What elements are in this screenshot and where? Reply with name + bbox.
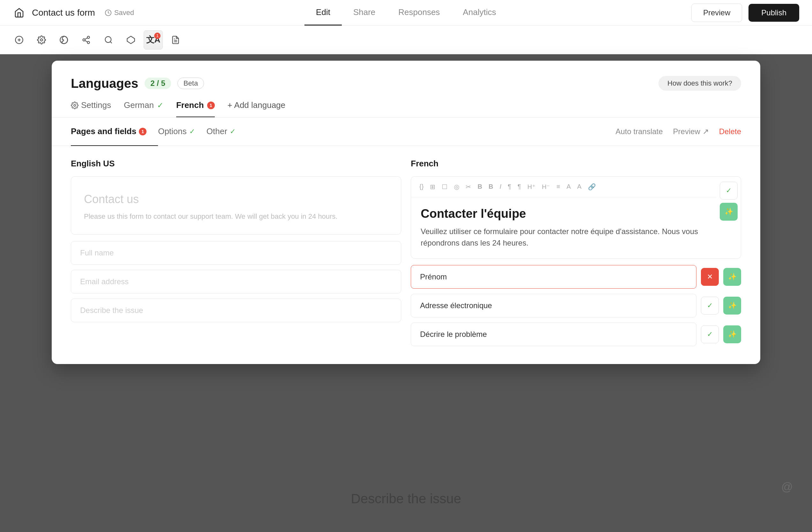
en-col-header: English US (71, 159, 401, 169)
sub-tabs: Pages and fields 1 Options ✓ Other ✓ Aut… (52, 117, 760, 146)
fr-field-email-wand-btn[interactable]: ✨ (723, 297, 741, 315)
svg-point-4 (41, 39, 43, 41)
modal-overlay: Languages 2 / 5 Beta How does this work?… (0, 54, 812, 532)
languages-modal: Languages 2 / 5 Beta How does this work?… (52, 61, 760, 364)
sub-tab-pages[interactable]: Pages and fields 1 (71, 117, 158, 146)
fr-field-prenom[interactable] (411, 265, 696, 289)
svg-point-6 (87, 36, 90, 38)
pages-badge: 1 (139, 128, 146, 135)
en-field-email: Email address (71, 270, 401, 293)
lang-tab-french-label: French (176, 100, 204, 110)
fr-field-row-1: ✕ ✨ (411, 265, 741, 289)
tool-list2[interactable]: ¶ (516, 182, 523, 191)
en-field-fullname: Full name (71, 241, 401, 265)
tool-bold2[interactable]: B (487, 182, 495, 191)
fr-field-prenom-error-btn[interactable]: ✕ (701, 268, 719, 286)
nav-tab-edit[interactable]: Edit (304, 0, 342, 26)
en-field-describe: Describe the issue (71, 299, 401, 322)
tool-circle[interactable]: ◎ (452, 182, 461, 192)
preview-button[interactable]: Preview (691, 3, 742, 22)
fr-editor-wand-btn[interactable]: ✨ (720, 203, 738, 221)
svg-point-8 (87, 41, 90, 43)
fr-field-prenom-wand-btn[interactable]: ✨ (723, 268, 741, 286)
lang-count-badge: 2 / 5 (145, 77, 171, 89)
tool-h1[interactable]: H⁺ (525, 182, 537, 192)
theme-icon[interactable] (54, 30, 73, 49)
tool-color[interactable]: A (565, 182, 572, 191)
svg-point-11 (105, 37, 112, 42)
translation-content: English US Contact us Please us this for… (52, 146, 760, 364)
sub-tab-other[interactable]: Other ✓ (206, 117, 247, 146)
fr-editor-check-btn[interactable]: ✓ (720, 182, 738, 200)
preview-link[interactable]: Preview ↗ (673, 127, 709, 136)
fr-editor-inner: {} ⊞ ☐ ◎ ✂ B B I ¶ ¶ H⁺ H⁻ ≡ (411, 176, 716, 258)
svg-line-12 (110, 42, 112, 43)
auto-translate-button[interactable]: Auto translate (616, 127, 663, 136)
fr-field-row-2: ✓ ✨ (411, 294, 741, 317)
search-icon[interactable] (99, 30, 118, 49)
en-form-desc: Please us this form to contact our suppo… (84, 211, 388, 221)
tool-clear[interactable]: A (575, 182, 583, 191)
fr-col-header: French (411, 159, 741, 169)
lang-tab-add[interactable]: + Add language (228, 100, 285, 117)
svg-point-16 (74, 104, 76, 106)
publish-button[interactable]: Publish (749, 4, 799, 22)
svg-point-7 (83, 39, 85, 41)
lang-tabs: Settings German ✓ French 1 + Add languag… (52, 91, 760, 117)
fr-title: Contacter l'équipe (421, 207, 707, 221)
en-form-preview: Contact us Please us this form to contac… (71, 176, 401, 235)
lang-tab-german[interactable]: German ✓ (124, 100, 163, 117)
delete-button[interactable]: Delete (719, 127, 741, 136)
nav-tabs: Edit Share Responses Analytics (304, 0, 508, 26)
nav-tab-analytics[interactable]: Analytics (451, 0, 508, 26)
settings-icon[interactable] (32, 30, 51, 49)
english-column: English US Contact us Please us this for… (71, 159, 401, 351)
share-icon[interactable] (77, 30, 96, 49)
document-icon[interactable] (166, 30, 185, 49)
svg-line-10 (85, 38, 87, 39)
how-does-button[interactable]: How does this work? (658, 76, 741, 91)
tool-scissors[interactable]: ✂ (464, 182, 473, 192)
tool-box[interactable]: ☐ (440, 182, 449, 192)
fr-field-describe[interactable] (411, 322, 696, 346)
svg-line-9 (85, 40, 87, 42)
sub-tab-actions: Auto translate Preview ↗ Delete (616, 127, 741, 136)
fr-editor-actions: ✓ ✨ (716, 176, 741, 258)
en-form-title: Contact us (84, 192, 388, 206)
tool-h2[interactable]: H⁻ (540, 182, 552, 192)
add-icon[interactable] (10, 30, 29, 49)
translate-icon[interactable]: 文A 1 (144, 30, 163, 49)
lang-tab-french[interactable]: French 1 (176, 100, 215, 117)
tool-bold1[interactable]: B (476, 182, 484, 191)
fr-field-row-3: ✓ ✨ (411, 322, 741, 346)
fr-field-describe-wand-btn[interactable]: ✨ (723, 326, 741, 343)
fr-field-describe-check-btn[interactable]: ✓ (701, 326, 719, 343)
top-nav: Contact us form Saved Edit Share Respons… (0, 0, 812, 26)
app-title: Contact us form (32, 8, 95, 18)
modal-title: Languages (71, 76, 138, 91)
german-check-icon: ✓ (157, 101, 163, 110)
saved-status: Saved (105, 9, 134, 17)
nav-tab-share[interactable]: Share (342, 0, 387, 26)
other-check-icon: ✓ (230, 127, 235, 136)
tool-align[interactable]: ≡ (554, 182, 562, 191)
tool-code[interactable]: {} (418, 182, 425, 191)
lang-tab-settings-label: Settings (81, 100, 111, 110)
french-column: French {} ⊞ ☐ ◎ ✂ B B I ¶ (411, 159, 741, 351)
fr-field-email[interactable] (411, 294, 696, 317)
lang-tab-settings[interactable]: Settings (71, 100, 111, 117)
sub-tab-options[interactable]: Options ✓ (158, 117, 206, 146)
nav-actions: Preview Publish (691, 3, 799, 22)
fr-editor-content[interactable]: Contacter l'équipe Veuillez utiliser ce … (411, 197, 716, 258)
fr-editor-box: {} ⊞ ☐ ◎ ✂ B B I ¶ ¶ H⁺ H⁻ ≡ (411, 176, 741, 259)
connect-icon[interactable] (121, 30, 141, 49)
tool-italic[interactable]: I (497, 182, 503, 191)
nav-tab-responses[interactable]: Responses (387, 0, 451, 26)
tool-grid[interactable]: ⊞ (428, 182, 437, 192)
fr-field-email-check-btn[interactable]: ✓ (701, 297, 719, 315)
home-icon[interactable] (13, 6, 26, 19)
tool-list1[interactable]: ¶ (506, 182, 513, 191)
tool-link[interactable]: 🔗 (586, 182, 598, 192)
lang-tab-add-label: + Add language (228, 100, 285, 110)
options-check-icon: ✓ (189, 127, 195, 136)
